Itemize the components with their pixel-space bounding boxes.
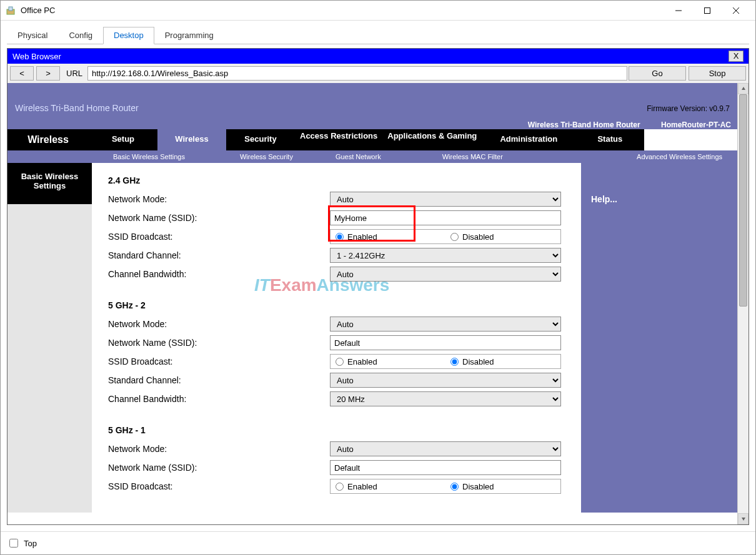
ssid-input[interactable] bbox=[330, 210, 561, 225]
help-link[interactable]: Help... bbox=[591, 194, 617, 204]
config-label: Network Mode: bbox=[108, 319, 330, 329]
scroll-thumb[interactable] bbox=[739, 94, 747, 307]
config-row: Network Mode:Auto bbox=[108, 190, 576, 208]
go-button[interactable]: Go bbox=[629, 66, 686, 81]
web-browser: Web Browser X < > URL Go Stop Wireless T… bbox=[7, 48, 749, 525]
browser-close-button[interactable]: X bbox=[729, 51, 744, 62]
tab-applications-gaming[interactable]: Applications & Gaming bbox=[382, 129, 482, 150]
router-nav: Wireless Tri-Band Home Router HomeRouter… bbox=[7, 119, 737, 163]
network-mode-select[interactable]: Auto bbox=[330, 192, 561, 207]
back-button[interactable]: < bbox=[10, 66, 34, 81]
config-label: Network Name (SSID): bbox=[108, 213, 330, 223]
broadcast-option-enabled[interactable]: Enabled bbox=[331, 230, 445, 243]
config-row: SSID Broadcast:EnabledDisabled bbox=[108, 478, 576, 495]
router-main-tabs: Wireless Setup Wireless Security Access … bbox=[7, 129, 737, 150]
config-row: Standard Channel:1 - 2.412GHz bbox=[108, 247, 576, 264]
config-row: Network Mode:Auto bbox=[108, 440, 576, 458]
tab-status[interactable]: Status bbox=[575, 129, 644, 150]
app-icon bbox=[6, 6, 16, 16]
side-column: Basic Wireless Settings bbox=[7, 163, 92, 513]
app-tabs: Physical Config Desktop Programming bbox=[7, 27, 749, 44]
bandwidth-select[interactable]: 20 MHz bbox=[330, 391, 561, 406]
broadcast-radio-enabled[interactable] bbox=[336, 483, 344, 491]
content-area: Physical Config Desktop Programming Web … bbox=[1, 21, 755, 531]
broadcast-radio-disabled[interactable] bbox=[450, 358, 459, 366]
config-label: Network Mode: bbox=[108, 194, 330, 204]
config-label: Standard Channel: bbox=[108, 250, 330, 260]
tab-wireless[interactable]: Wireless bbox=[157, 129, 226, 150]
config-row: Network Name (SSID): bbox=[108, 334, 576, 351]
config-label: SSID Broadcast: bbox=[108, 481, 330, 491]
band-block: 5 GHz - 1Network Mode:AutoNetwork Name (… bbox=[108, 425, 576, 495]
forward-button[interactable]: > bbox=[36, 66, 60, 81]
scroll-down-icon[interactable] bbox=[738, 513, 749, 524]
broadcast-option-disabled[interactable]: Disabled bbox=[445, 230, 560, 243]
broadcast-radio-enabled[interactable] bbox=[336, 358, 344, 366]
top-checkbox[interactable] bbox=[9, 539, 18, 548]
stop-button[interactable]: Stop bbox=[689, 66, 746, 81]
close-button[interactable] bbox=[722, 1, 750, 20]
broadcast-option-enabled[interactable]: Enabled bbox=[331, 355, 445, 368]
maximize-button[interactable] bbox=[693, 1, 722, 20]
scroll-up-icon[interactable] bbox=[738, 83, 749, 94]
vertical-scrollbar[interactable] bbox=[737, 83, 749, 524]
config-row: SSID Broadcast:EnabledDisabled bbox=[108, 228, 576, 245]
config-row: Standard Channel:Auto bbox=[108, 371, 576, 389]
browser-titlebar: Web Browser X bbox=[7, 49, 749, 64]
channel-select[interactable]: 1 - 2.412GHz bbox=[330, 248, 561, 263]
config-label: Network Name (SSID): bbox=[108, 463, 330, 473]
help-column: Help... bbox=[581, 163, 737, 513]
ssid-input[interactable] bbox=[330, 460, 561, 475]
config-label: Network Mode: bbox=[108, 444, 330, 454]
ssid-input[interactable] bbox=[330, 335, 561, 350]
section-title: Wireless bbox=[7, 129, 89, 150]
router-model-line: Wireless Tri-Band Home Router HomeRouter… bbox=[7, 119, 737, 129]
router-sub-tabs: Basic Wireless Settings Wireless Securit… bbox=[7, 150, 737, 163]
subtab-macfilter[interactable]: Wireless MAC Filter bbox=[434, 152, 512, 162]
tab-administration[interactable]: Administration bbox=[482, 129, 575, 150]
broadcast-option-disabled[interactable]: Disabled bbox=[445, 479, 560, 493]
bandwidth-select[interactable]: Auto bbox=[330, 267, 561, 282]
url-input[interactable] bbox=[87, 66, 627, 81]
config-row: Channel Bandwidth:20 MHz bbox=[108, 390, 576, 408]
subtab-basic[interactable]: Basic Wireless Settings bbox=[104, 152, 194, 162]
config-row: SSID Broadcast:EnabledDisabled bbox=[108, 353, 576, 370]
config-label: Network Name (SSID): bbox=[108, 338, 330, 348]
tab-config[interactable]: Config bbox=[58, 27, 103, 44]
network-mode-select[interactable]: Auto bbox=[330, 441, 561, 456]
router-banner-text: Wireless Tri-Band Home Router bbox=[15, 103, 139, 113]
subtab-security[interactable]: Wireless Security bbox=[231, 152, 302, 162]
window-controls bbox=[664, 1, 750, 20]
broadcast-radio-disabled[interactable] bbox=[450, 233, 459, 241]
scroll-track[interactable] bbox=[738, 94, 749, 513]
settings-column: ITExamAnswers 2.4 GHzNetwork Mode:AutoNe… bbox=[92, 163, 581, 513]
broadcast-radio-enabled[interactable] bbox=[336, 233, 344, 241]
channel-select[interactable]: Auto bbox=[330, 373, 561, 388]
broadcast-radio-disabled[interactable] bbox=[450, 483, 459, 491]
config-row: Network Name (SSID): bbox=[108, 459, 576, 476]
tab-access-restrictions[interactable]: Access Restrictions bbox=[295, 129, 382, 150]
router-body: Basic Wireless Settings ITExamAnswers 2.… bbox=[7, 163, 737, 513]
tab-security[interactable]: Security bbox=[226, 129, 295, 150]
config-label: Standard Channel: bbox=[108, 375, 330, 385]
window-title: Office PC bbox=[21, 6, 664, 15]
tab-physical[interactable]: Physical bbox=[7, 27, 58, 44]
broadcast-option-enabled[interactable]: Enabled bbox=[331, 479, 445, 493]
band-block: 2.4 GHzNetwork Mode:AutoNetwork Name (SS… bbox=[108, 175, 576, 283]
tab-programming[interactable]: Programming bbox=[154, 27, 224, 44]
subtab-advanced[interactable]: Advanced Wireless Settings bbox=[628, 152, 731, 162]
top-label: Top bbox=[24, 539, 37, 548]
band-title: 5 GHz - 2 bbox=[108, 300, 576, 310]
config-row: Network Name (SSID): bbox=[108, 209, 576, 227]
subtab-guest[interactable]: Guest Network bbox=[327, 152, 390, 162]
config-row: Channel Bandwidth:Auto bbox=[108, 265, 576, 283]
url-bar: < > URL Go Stop bbox=[7, 64, 749, 83]
minimize-button[interactable] bbox=[664, 1, 693, 20]
tab-setup[interactable]: Setup bbox=[89, 129, 157, 150]
network-mode-select[interactable]: Auto bbox=[330, 317, 561, 332]
svg-rect-1 bbox=[9, 7, 12, 11]
broadcast-option-disabled[interactable]: Disabled bbox=[445, 355, 560, 368]
tab-desktop[interactable]: Desktop bbox=[103, 27, 154, 44]
config-label: Channel Bandwidth: bbox=[108, 394, 330, 404]
side-label: Basic Wireless Settings bbox=[7, 163, 92, 204]
